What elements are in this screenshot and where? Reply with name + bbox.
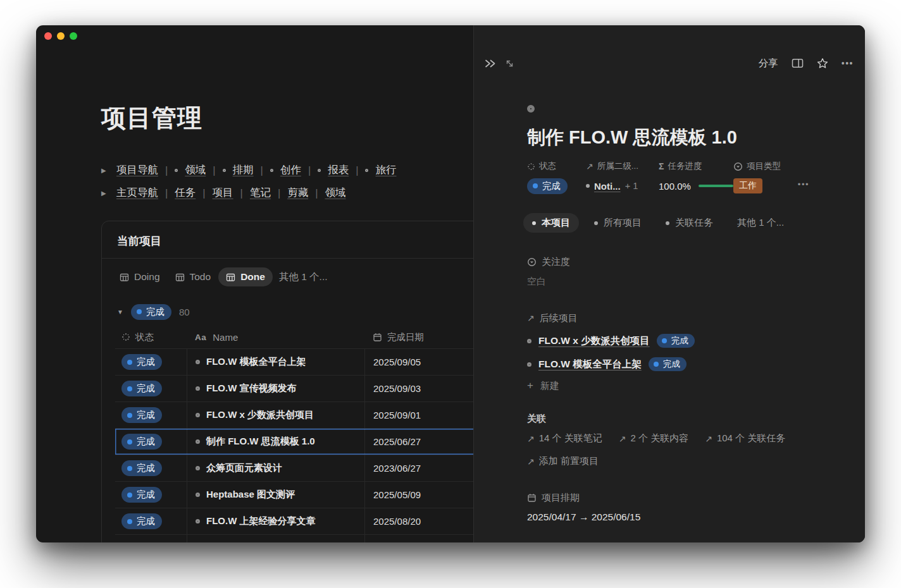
tab-this-project[interactable]: 本项目 — [523, 213, 579, 233]
view-tab-label: Doing — [134, 271, 160, 283]
nav-link-report[interactable]: 报表 — [328, 163, 349, 177]
name-cell[interactable]: FLO.W 上架经验分享文章 — [187, 508, 364, 534]
tab-all-projects[interactable]: 所有项目 — [585, 213, 650, 233]
related-content-link[interactable]: ↗ 2 个 关联内容 — [619, 432, 688, 444]
property-type-label[interactable]: 项目类型 — [733, 161, 816, 172]
minimize-button[interactable] — [57, 32, 65, 40]
page-ring-icon[interactable] — [527, 105, 535, 113]
arrow-up-right-icon: ↗ — [527, 313, 535, 323]
date-cell[interactable]: 2025/05/09 — [364, 482, 473, 508]
status-cell[interactable]: 完成 — [115, 402, 187, 428]
group-count: 80 — [179, 307, 190, 317]
attention-empty-value[interactable]: 空白 — [527, 276, 842, 288]
followup-link[interactable]: FLO.W 模板全平台上架 — [538, 358, 642, 371]
nav-link-create[interactable]: 创作 — [280, 163, 301, 177]
status-cell[interactable]: 完成 — [115, 482, 187, 508]
schedule-date-range[interactable]: 2025/04/17 → 2025/06/15 — [527, 511, 842, 523]
nav-link-projects[interactable]: 项目 — [213, 186, 233, 200]
table-row[interactable]: 完成 FLO.W 模板全平台上架 2025/09/05 — [115, 348, 473, 375]
add-predecessor-button[interactable]: ↗ 添加 前置项目 — [527, 455, 842, 467]
date-cell[interactable]: 2023/06/27 — [364, 455, 473, 481]
column-status[interactable]: 状态 — [115, 331, 187, 343]
nav-link-clips[interactable]: 剪藏 — [287, 186, 308, 200]
name-cell[interactable]: FLO.W x 少数派共创项目 — [187, 402, 364, 428]
toggle-right-icon[interactable]: ▶ — [101, 167, 109, 174]
date-cell[interactable]: 2025/08/20 — [364, 508, 473, 534]
more-views-button[interactable]: 其他 1 个... — [279, 271, 328, 284]
followups-label[interactable]: ↗ 后续项目 — [527, 312, 842, 324]
nav-link-schedule[interactable]: 排期 — [233, 163, 254, 177]
property-parent-label[interactable]: ↗ 所属二级... — [586, 161, 659, 172]
view-tab-doing[interactable]: Doing — [112, 267, 168, 286]
more-menu-icon[interactable]: ••• — [842, 58, 854, 68]
name-cell[interactable]: 制作 FLO.W 思流模板 1.0 — [187, 429, 364, 455]
name-cell[interactable]: Heptabase 图文测评 — [187, 482, 364, 508]
status-cell[interactable]: 完成 — [115, 455, 187, 481]
property-progress-value[interactable]: 100.0% — [659, 178, 733, 194]
column-date[interactable]: 完成日期 — [364, 331, 473, 343]
relations-label: 关联 — [527, 413, 842, 425]
table-row[interactable]: 完成 FLO.W x 少数派共创项目 2025/09/01 — [115, 401, 473, 428]
separator: | — [165, 187, 168, 199]
name-cell[interactable]: FLO.W 模板全平台上架 — [187, 349, 364, 375]
property-status-label[interactable]: 状态 — [527, 161, 586, 172]
separator: | — [165, 164, 168, 176]
date-cell[interactable]: 2025/06/27 — [364, 429, 473, 455]
expand-diagonal-icon[interactable] — [505, 59, 514, 68]
followup-link[interactable]: FLO.W x 少数派共创项目 — [538, 334, 650, 348]
toggle-down-icon[interactable]: ▼ — [117, 309, 123, 315]
nav-link-domain2[interactable]: 领域 — [325, 186, 345, 200]
peek-toolbar: 分享 ••• — [485, 53, 854, 73]
view-tabs-row: Doing Todo Done 其他 1 个... — [102, 259, 473, 286]
tab-more[interactable]: 其他 1 个... — [728, 213, 793, 233]
toggle-right-icon[interactable]: ▶ — [101, 190, 109, 197]
property-parent-value[interactable]: Noti... + 1 — [586, 178, 659, 194]
page-ring-icon — [532, 221, 536, 225]
relation-extra-count: + 1 — [625, 181, 638, 191]
table-row-selected[interactable]: 完成 制作 FLO.W 思流模板 1.0 2025/06/27 — [115, 428, 473, 455]
table-row[interactable]: 完成 FLO.W 上架经验分享文章 2025/08/20 — [115, 508, 473, 534]
date-cell[interactable]: 2025/09/01 — [364, 402, 473, 428]
view-tab-done[interactable]: Done — [218, 267, 273, 286]
page-title[interactable]: 项目管理 — [101, 101, 202, 135]
status-cell[interactable]: 完成 — [115, 429, 187, 455]
nav-link-travel[interactable]: 旅行 — [375, 163, 396, 177]
close-peek-chevrons-icon[interactable] — [485, 59, 496, 68]
schedule-label[interactable]: 项目排期 — [527, 491, 842, 504]
status-cell[interactable]: 完成 — [115, 508, 187, 534]
side-peek-icon[interactable] — [792, 58, 804, 68]
status-cell[interactable]: 完成 — [115, 349, 187, 375]
property-progress-label[interactable]: Σ 任务进度 — [659, 161, 733, 172]
nav-link-notes[interactable]: 笔记 — [250, 186, 271, 200]
view-tab-todo[interactable]: Todo — [168, 267, 219, 286]
nav-link-project-nav[interactable]: 项目导航 — [116, 163, 158, 177]
status-cell[interactable]: 完成 — [115, 376, 187, 401]
share-button[interactable]: 分享 — [759, 57, 778, 70]
table-row[interactable]: 完成 FLO.W 宣传视频发布 2025/09/03 — [115, 375, 473, 401]
table-row[interactable]: 完成 众筹页面元素设计 2023/06/27 — [115, 455, 473, 481]
date-cell[interactable]: 2025/09/05 — [364, 349, 473, 375]
nav-link-tasks[interactable]: 任务 — [175, 186, 196, 200]
nav-link-home-nav[interactable]: 主页导航 — [116, 186, 158, 200]
favorite-star-icon[interactable] — [817, 58, 828, 69]
attention-label[interactable]: 关注度 — [527, 255, 842, 268]
table-row[interactable]: 完成 Heptabase 图文测评 2025/05/09 — [115, 481, 473, 508]
close-button[interactable] — [44, 32, 52, 40]
column-name[interactable]: Aa Name — [187, 332, 364, 343]
relation-link[interactable]: Noti... — [594, 181, 621, 192]
page-ring-icon — [527, 339, 531, 343]
page-ring-icon — [586, 184, 590, 188]
new-followup-button[interactable]: + 新建 — [527, 379, 842, 392]
peek-content: 制作 FLO.W 思流模板 1.0 状态 完成 ↗ — [527, 73, 842, 523]
nav-link-domain[interactable]: 领域 — [185, 163, 206, 177]
zoom-button[interactable] — [70, 32, 77, 40]
name-cell[interactable]: FLO.W 宣传视频发布 — [187, 376, 364, 401]
date-cell[interactable]: 2025/09/03 — [364, 376, 473, 401]
related-tasks-link[interactable]: ↗ 104 个 关联任务 — [705, 432, 785, 444]
peek-page-title[interactable]: 制作 FLO.W 思流模板 1.0 — [527, 125, 842, 150]
related-notes-link[interactable]: ↗ 14 个 关联笔记 — [527, 432, 602, 444]
name-cell[interactable]: 众筹页面元素设计 — [187, 455, 364, 481]
property-status-value[interactable]: 完成 — [527, 178, 586, 194]
tab-related-tasks[interactable]: 关联任务 — [657, 213, 722, 233]
more-properties-icon[interactable]: ••• — [798, 180, 809, 189]
